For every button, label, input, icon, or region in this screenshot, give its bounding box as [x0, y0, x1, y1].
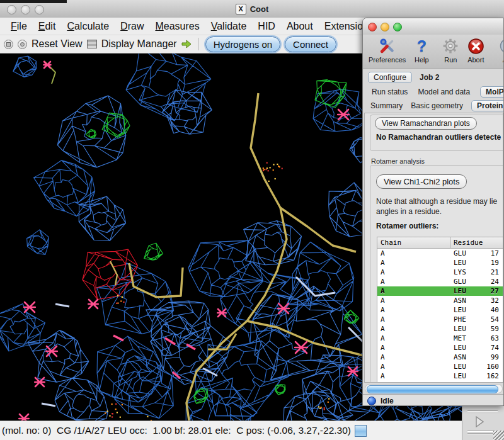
toolbar-separator [198, 38, 199, 50]
rotamer-outliers-table: Chain Residue AGLU17ALEU19ALYS21AGLU24AL… [377, 237, 503, 383]
menu-draw[interactable]: Draw [115, 21, 149, 32]
abort-icon [466, 37, 485, 55]
view-previous-icon[interactable] [4, 40, 13, 49]
table-body: AGLU17ALEU19ALYS21AGLU24ALEU27AASN32ALEU… [377, 249, 503, 383]
table-row[interactable]: ALEU59 [377, 324, 503, 334]
connect-button[interactable]: Connect [285, 37, 336, 52]
x11-logo-icon: X [236, 4, 246, 14]
preferences-label: Preferences [369, 56, 406, 64]
table-cell: MET [450, 334, 479, 342]
table-row[interactable]: APHE54 [377, 315, 503, 324]
table-row[interactable]: APHE168 [377, 381, 503, 383]
tab-configure[interactable]: Configure [368, 72, 412, 83]
run-button[interactable]: Run [438, 37, 463, 64]
menu-calculate[interactable]: Calculate [61, 21, 115, 32]
protein-tab-content: View Ramachandran plots No Ramachandran … [364, 113, 503, 383]
scrollbar-thumb[interactable] [367, 385, 498, 393]
table-row[interactable]: AASN32 [377, 296, 503, 305]
table-row[interactable]: ALEU74 [377, 343, 503, 353]
menu-validate[interactable]: Validate [205, 21, 253, 32]
display-manager-button[interactable]: Display Manager [101, 38, 177, 50]
table-cell: LEU [450, 363, 479, 371]
resize-grip[interactable] [493, 431, 504, 440]
table-cell: PHE [450, 315, 479, 324]
table-row[interactable]: ALEU40 [377, 305, 503, 315]
tools-icon [378, 37, 397, 55]
tab-molprobit[interactable]: MolProbit [480, 86, 504, 98]
table-cell: 168 [479, 381, 499, 383]
table-cell: ASN [450, 353, 479, 361]
horizontal-scrollbar[interactable] [365, 384, 503, 393]
table-cell: LEU [450, 372, 479, 380]
table-row[interactable]: ALEU19 [377, 258, 503, 268]
table-cell: 162 [479, 372, 499, 380]
table-cell: A [377, 315, 450, 324]
dialog-close-icon[interactable] [368, 23, 377, 31]
preferences-button[interactable]: Preferences [365, 37, 409, 64]
table-cell: LEU [450, 287, 479, 295]
table-row[interactable]: ALEU27 [377, 286, 503, 296]
rotamer-note-line2: angles in a residue. [376, 207, 442, 216]
background-window-edge [0, 0, 67, 3]
menu-measures[interactable]: Measures [149, 21, 205, 32]
table-cell: 63 [479, 334, 499, 342]
residue-column-header[interactable]: Residue [450, 239, 483, 247]
table-row[interactable]: ALEU160 [377, 362, 503, 371]
partial-icon [495, 37, 504, 55]
menu-edit[interactable]: Edit [33, 21, 62, 32]
table-row[interactable]: ALEU162 [377, 371, 503, 381]
table-cell: 19 [479, 259, 499, 267]
hydrogens-toggle-button[interactable]: Hydrogens on [205, 37, 280, 52]
table-cell: A [377, 381, 450, 383]
abort-button[interactable]: Abort [463, 37, 488, 64]
menu-hid[interactable]: HID [252, 21, 281, 32]
tab-run-status[interactable]: Run status [372, 87, 408, 96]
table-cell: 21 [479, 268, 499, 276]
table-cell: LEU [450, 344, 479, 352]
reset-view-button[interactable]: Reset View [32, 38, 83, 50]
status-indicator-icon [367, 397, 376, 405]
table-cell: GLU [450, 249, 479, 257]
menu-about[interactable]: About [281, 21, 319, 32]
chain-column-header[interactable]: Chain [377, 237, 450, 248]
menu-file[interactable]: File [5, 21, 33, 32]
table-cell: 17 [479, 249, 499, 257]
table-row[interactable]: AGLU24 [377, 277, 503, 286]
table-cell: 24 [479, 278, 499, 286]
table-cell: A [377, 296, 450, 305]
rotamer-frame-label: Rotamer analysis [371, 157, 425, 165]
expander-arrow-icon[interactable] [472, 415, 486, 429]
dialog-titlebar[interactable] [363, 18, 503, 35]
table-header: Chain Residue [377, 237, 503, 249]
table-cell: LEU [450, 325, 479, 333]
go-arrow-icon[interactable] [181, 39, 192, 49]
table-row[interactable]: ALYS21 [377, 268, 503, 277]
view-ramachandran-plots-button[interactable]: View Ramachandran plots [375, 117, 477, 130]
table-cell: A [377, 259, 450, 267]
table-cell: 40 [479, 306, 499, 314]
job-tabs: ConfigureJob 2 [363, 70, 504, 85]
window-titlebar[interactable]: X Coot [0, 0, 504, 18]
dialog-zoom-icon[interactable] [393, 23, 402, 31]
tab-protein[interactable]: Protein [471, 100, 504, 111]
table-row[interactable]: AASN99 [377, 353, 503, 362]
panel-divider [467, 410, 498, 411]
view-recenter-icon[interactable] [18, 40, 27, 49]
table-cell: A [377, 363, 450, 371]
table-row[interactable]: AMET63 [377, 334, 503, 343]
window-title: X Coot [0, 0, 504, 18]
view-chi1-chi2-plots-button[interactable]: View Chi1-Chi2 plots [376, 174, 467, 189]
tab-job-2[interactable]: Job 2 [420, 73, 439, 82]
table-cell: A [377, 325, 450, 333]
question-icon: ? [412, 37, 431, 55]
table-cell: LYS [450, 268, 479, 276]
table-row[interactable]: AGLU17 [377, 249, 503, 258]
help-button[interactable]: ? Help [409, 37, 434, 64]
dialog-minimize-icon[interactable] [381, 23, 389, 31]
tab-basic-geometry[interactable]: Basic geometry [411, 101, 463, 110]
tab-summary[interactable]: Summary [370, 101, 403, 110]
partial-toolbar-button[interactable]: A [492, 37, 504, 64]
tab-model-and-data[interactable]: Model and data [418, 87, 470, 96]
ramachandran-message: No Ramachandran outliers detecte [376, 133, 501, 142]
table-cell: 54 [479, 315, 499, 324]
